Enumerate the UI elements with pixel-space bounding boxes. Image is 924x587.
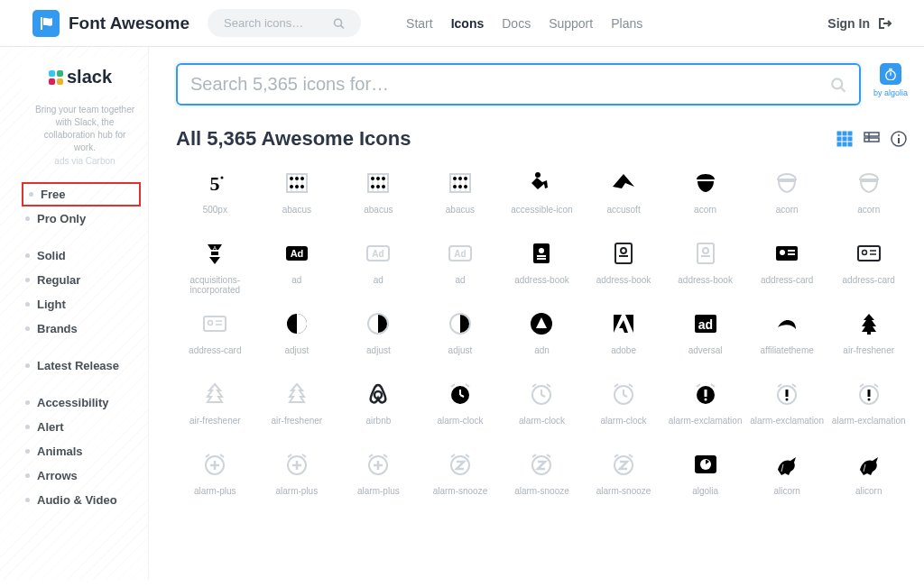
sidebar-filter-audio-video[interactable]: Audio & Video <box>22 488 148 512</box>
sidebar-filter-solid[interactable]: Solid <box>22 243 148 268</box>
icon-alicorn[interactable]: alicorn <box>748 443 827 509</box>
view-grid-button[interactable] <box>836 130 854 148</box>
icon-acorn[interactable]: acorn <box>748 161 827 228</box>
nav-support[interactable]: Support <box>549 16 593 31</box>
icon-address-book[interactable]: address-book <box>666 232 744 298</box>
ad-card[interactable]: slack <box>22 58 139 96</box>
nav-plans[interactable]: Plans <box>611 16 642 31</box>
icon-adversal[interactable]: adversal <box>666 302 744 369</box>
algolia-badge[interactable]: by algolia <box>873 63 908 97</box>
nav-links: Start Icons Docs Support Plans <box>406 16 642 31</box>
nav-start[interactable]: Start <box>406 16 433 31</box>
icon-alarm-clock[interactable]: alarm-clock <box>421 372 500 439</box>
sidebar-filter-accessibility[interactable]: Accessibility <box>22 390 148 415</box>
sidebar: slack Bring your team together with Slac… <box>0 47 149 580</box>
icon-alarm-exclamation[interactable]: alarm-exclamation <box>666 372 744 439</box>
icon-alarm-snooze[interactable]: alarm-snooze <box>421 443 500 509</box>
icon-abacus[interactable]: abacus <box>339 161 418 228</box>
sidebar-filter-brands[interactable]: Brands <box>22 316 148 341</box>
nav-icons[interactable]: Icons <box>451 16 485 31</box>
icon-ad[interactable]: ad <box>421 232 500 298</box>
icon-alarm-plus[interactable]: alarm-plus <box>176 443 254 509</box>
icon-ad[interactable]: ad <box>258 232 337 298</box>
ad-caption: Bring your team together with Slack, the… <box>34 104 135 154</box>
icon-algolia[interactable]: algolia <box>666 443 744 509</box>
content: by algolia All 5,365 Awesome Icons 500px… <box>149 47 924 580</box>
sidebar-filter-latest[interactable]: Latest Release <box>22 353 148 378</box>
icon-adjust[interactable]: adjust <box>258 302 337 369</box>
sign-in[interactable]: Sign In <box>827 16 892 31</box>
icon-adobe[interactable]: adobe <box>585 302 663 369</box>
icon-adjust[interactable]: adjust <box>421 302 500 369</box>
brand-logo[interactable]: Font Awesome <box>32 10 189 37</box>
icon-acorn[interactable]: acorn <box>666 161 744 228</box>
icon-air-freshener[interactable]: air-freshener <box>829 302 908 369</box>
main-search[interactable] <box>176 63 861 105</box>
icon-alarm-clock[interactable]: alarm-clock <box>503 372 581 439</box>
search-icon <box>333 17 345 30</box>
page-title: All 5,365 Awesome Icons <box>176 127 411 151</box>
main-search-input[interactable] <box>190 74 830 95</box>
icon-airbnb[interactable]: airbnb <box>339 372 418 439</box>
icon-affiliatetheme[interactable]: affiliatetheme <box>748 302 827 369</box>
icon-address-book[interactable]: address-book <box>503 232 581 298</box>
header-search-input[interactable] <box>224 16 333 30</box>
icon-alarm-plus[interactable]: alarm-plus <box>339 443 418 509</box>
header-search[interactable] <box>208 9 361 37</box>
sidebar-filter-animals[interactable]: Animals <box>22 439 148 463</box>
flag-icon <box>32 10 60 37</box>
icon-air-freshener[interactable]: air-freshener <box>258 372 337 439</box>
icon-alarm-exclamation[interactable]: alarm-exclamation <box>829 372 908 439</box>
icon-500px[interactable]: 500px <box>176 161 254 228</box>
icon-acorn[interactable]: acorn <box>829 161 908 228</box>
sidebar-filter-free[interactable]: Free <box>22 182 141 206</box>
stopwatch-icon <box>880 63 901 85</box>
info-button[interactable] <box>890 130 908 148</box>
signin-icon <box>877 16 892 31</box>
icon-accusoft[interactable]: accusoft <box>585 161 663 228</box>
icon-alarm-exclamation[interactable]: alarm-exclamation <box>748 372 827 439</box>
header: Font Awesome Start Icons Docs Support Pl… <box>0 0 924 47</box>
icon-address-card[interactable]: address-card <box>829 232 908 298</box>
sidebar-filter-pro[interactable]: Pro Only <box>22 206 148 231</box>
sidebar-filter-arrows[interactable]: Arrows <box>22 463 148 488</box>
icon-address-card[interactable]: address-card <box>748 232 827 298</box>
icon-abacus[interactable]: abacus <box>421 161 500 228</box>
icon-alarm-clock[interactable]: alarm-clock <box>585 372 663 439</box>
ad-via[interactable]: ads via Carbon <box>22 156 148 166</box>
icon-ad[interactable]: ad <box>339 232 418 298</box>
sidebar-filter-regular[interactable]: Regular <box>22 268 148 292</box>
brand-name: Font Awesome <box>69 14 189 33</box>
icon-alarm-snooze[interactable]: alarm-snooze <box>585 443 663 509</box>
icon-acquisitions-incorporated[interactable]: acquisitions-incorporated <box>176 232 254 298</box>
icon-address-book[interactable]: address-book <box>585 232 663 298</box>
nav-docs[interactable]: Docs <box>502 16 531 31</box>
search-icon <box>830 77 846 93</box>
icon-alarm-plus[interactable]: alarm-plus <box>258 443 337 509</box>
icon-air-freshener[interactable]: air-freshener <box>176 372 254 439</box>
icon-address-card[interactable]: address-card <box>176 302 254 369</box>
icon-accessible-icon[interactable]: accessible-icon <box>503 161 581 228</box>
sidebar-filter-light[interactable]: Light <box>22 292 148 316</box>
icon-alarm-snooze[interactable]: alarm-snooze <box>503 443 581 509</box>
icon-abacus[interactable]: abacus <box>258 161 337 228</box>
icon-adn[interactable]: adn <box>503 302 581 369</box>
icon-alicorn[interactable]: alicorn <box>829 443 908 509</box>
slack-icon <box>49 70 63 85</box>
icon-adjust[interactable]: adjust <box>339 302 418 369</box>
icon-grid: 500px abacus abacus abacus accessible-ic… <box>176 161 908 509</box>
view-list-button[interactable] <box>863 130 881 148</box>
sidebar-filter-alert[interactable]: Alert <box>22 415 148 439</box>
